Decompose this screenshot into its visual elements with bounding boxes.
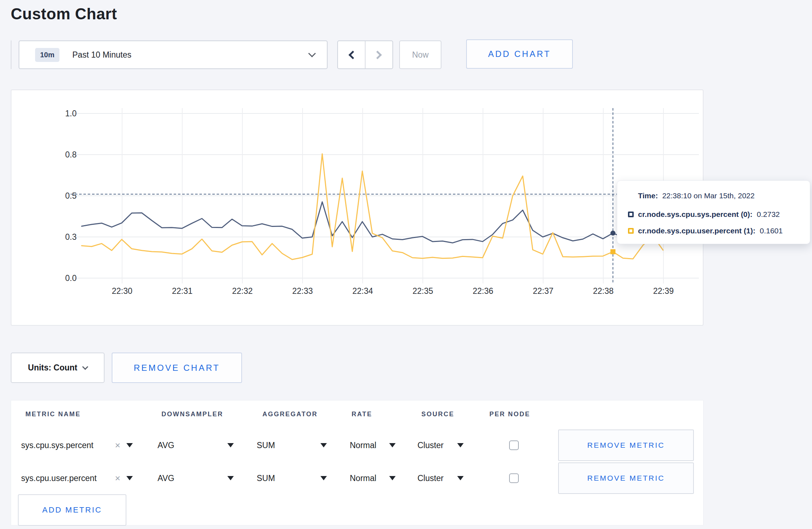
per-node-checkbox[interactable] [509,474,519,483]
column-header-aggregator: AGGREGATOR [262,411,318,418]
units-dropdown-label: Units: Count [28,363,77,373]
x-axis-tick: 22:33 [283,286,322,296]
source-value[interactable]: Cluster [417,474,444,483]
chevron-down-icon [308,49,316,57]
remove-chart-label: REMOVE CHART [134,363,220,373]
y-axis-tick: 0.5 [12,190,77,202]
y-axis-tick: 1.0 [12,108,77,119]
metric-name-value[interactable]: sys.cpu.user.percent [21,474,97,483]
downsampler-dropdown-arrow-icon[interactable] [227,443,234,447]
downsampler-value[interactable]: AVG [158,441,174,450]
column-header-rate: RATE [352,411,372,418]
per-node-checkbox[interactable] [509,441,519,450]
clear-metric-icon[interactable]: × [115,473,120,484]
now-button-label: Now [412,50,429,60]
metric-dropdown-arrow-icon[interactable] [126,476,133,480]
downsampler-value[interactable]: AVG [158,474,174,483]
aggregator-dropdown-arrow-icon[interactable] [320,443,327,447]
remove-metric-button[interactable]: REMOVE METRIC [558,429,694,461]
x-axis-tick: 22:30 [102,286,142,296]
column-header-downsampler: DOWNSAMPLER [161,411,223,418]
add-chart-label: ADD CHART [488,49,551,59]
series-line-1 [82,154,663,259]
remove-metric-label: REMOVE METRIC [587,474,664,482]
time-back-button[interactable] [338,41,366,68]
rate-value[interactable]: Normal [350,441,376,450]
column-header-metric-name: METRIC NAME [25,411,81,418]
metric-row: sys.cpu.user.percent × AVG SUM Normal Cl… [11,462,704,494]
y-axis-tick: 0.3 [12,231,77,243]
column-header-source: SOURCE [421,411,454,418]
y-axis-tick: 0.8 [12,149,77,160]
chevron-down-icon [82,364,88,370]
aggregator-value[interactable]: SUM [257,441,275,450]
sys-series-swatch-icon [628,212,634,217]
rate-dropdown-arrow-icon[interactable] [389,443,396,447]
chart-tooltip: Time: 22:38:10 on Mar 15th, 2022 cr.node… [617,180,810,244]
metric-row: sys.cpu.sys.percent × AVG SUM Normal Clu… [11,429,704,461]
source-dropdown-arrow-icon[interactable] [457,443,464,447]
rate-dropdown-arrow-icon[interactable] [389,476,396,480]
user-series-swatch-icon [628,228,634,234]
hover-point-sys [610,230,615,236]
chevron-left-icon [348,50,357,59]
chart-card: 1.0 0.8 0.5 0.3 0.0 22:30 22:31 22:32 22… [11,89,704,326]
clear-metric-icon[interactable]: × [115,440,120,451]
metric-name-value[interactable]: sys.cpu.sys.percent [21,441,93,450]
x-axis-tick: 22:36 [463,286,503,296]
remove-metric-button[interactable]: REMOVE METRIC [558,462,694,494]
x-axis-tick: 22:31 [163,286,202,296]
chevron-right-icon [373,50,382,59]
x-axis-tick: 22:34 [343,286,382,296]
time-nav-group [337,40,393,69]
aggregator-value[interactable]: SUM [257,474,275,483]
remove-metric-label: REMOVE METRIC [587,441,664,450]
tooltip-series-label: cr.node.sys.cpu.user.percent (1): [638,227,755,235]
x-axis-tick: 22:32 [223,286,262,296]
add-chart-button[interactable]: ADD CHART [466,39,573,69]
units-dropdown[interactable]: Units: Count [11,353,105,383]
time-range-badge: 10m [35,48,59,62]
tooltip-series-value: 0.2732 [757,210,780,219]
toolbar-accent-divider [11,40,11,69]
page-title: Custom Chart [11,5,117,23]
column-header-per-node: PER NODE [489,411,530,418]
x-axis-tick: 22:35 [403,286,443,296]
tooltip-series-value: 0.1601 [760,227,783,235]
x-axis-tick: 22:39 [644,286,683,296]
hover-point-user [610,249,615,254]
rate-value[interactable]: Normal [350,474,376,483]
tooltip-time-label: Time: [638,191,658,200]
time-forward-button[interactable] [366,41,392,68]
time-range-label: Past 10 Minutes [72,50,309,60]
x-axis-tick: 22:38 [584,286,623,296]
metrics-table: METRIC NAME DOWNSAMPLER AGGREGATOR RATE … [11,400,704,525]
metric-dropdown-arrow-icon[interactable] [126,443,133,447]
y-axis-tick: 0.0 [12,272,77,284]
add-metric-button[interactable]: ADD METRIC [18,494,126,526]
time-range-dropdown[interactable]: 10m Past 10 Minutes [19,40,328,69]
source-dropdown-arrow-icon[interactable] [457,476,464,480]
remove-chart-button[interactable]: REMOVE CHART [112,353,242,383]
add-metric-label: ADD METRIC [42,505,102,515]
tooltip-time-value: 22:38:10 on Mar 15th, 2022 [662,191,755,200]
downsampler-dropdown-arrow-icon[interactable] [227,476,234,480]
aggregator-dropdown-arrow-icon[interactable] [320,476,327,480]
source-value[interactable]: Cluster [417,441,444,450]
now-button[interactable]: Now [399,40,441,69]
x-axis-tick: 22:37 [523,286,563,296]
custom-chart-page: Custom Chart 10m Past 10 Minutes Now ADD… [0,0,812,529]
tooltip-series-label: cr.node.sys.cpu.sys.percent (0): [638,210,753,219]
